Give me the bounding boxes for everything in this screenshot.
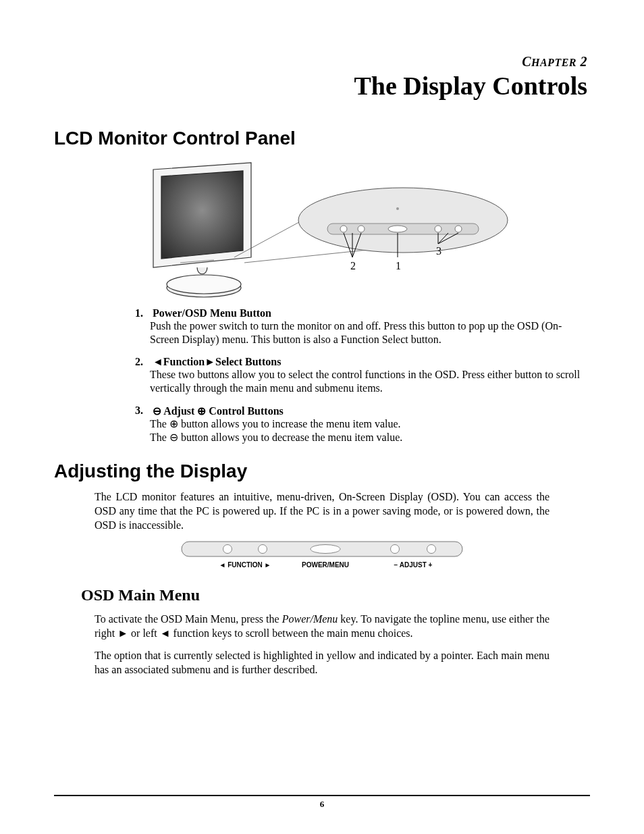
svg-point-11	[388, 226, 407, 232]
button-bar-left-label: ◄ FUNCTION ►	[219, 561, 271, 569]
list-head-1: Power/OSD Menu Button	[153, 307, 271, 319]
section-adjusting-heading: Adjusting the Display	[54, 461, 590, 482]
svg-point-14	[396, 207, 399, 210]
osd-p1-em: Power/Menu	[282, 613, 338, 625]
page: CHAPTER 2 The Display Controls LCD Monit…	[0, 0, 644, 834]
section-osd-main-menu-heading: OSD Main Menu	[81, 586, 590, 604]
list-body-2: These two buttons allow you to select th…	[150, 368, 583, 395]
line2b: button allows you to decrease the menu i…	[178, 432, 402, 443]
adjusting-paragraph: The LCD monitor features an intuitive, m…	[95, 490, 549, 532]
list-head-2-tail: Select Buttons	[215, 356, 281, 367]
svg-point-13	[455, 226, 462, 232]
triangle-right-icon: ►	[205, 356, 215, 367]
osd-p1-c: or left	[128, 627, 160, 639]
svg-point-7	[298, 188, 508, 253]
chapter-title: The Display Controls	[54, 71, 587, 101]
list-head-2-word: Function	[163, 356, 205, 367]
page-number: 6	[0, 799, 644, 810]
circled-minus-icon-inline: ⊖	[169, 432, 178, 443]
list-body-1: Push the power switch to turn the monito…	[150, 319, 583, 346]
section-lcd-control-panel-heading: LCD Monitor Control Panel	[54, 128, 590, 149]
list-head-3-tail: Control Buttons	[206, 405, 283, 417]
list-head-3: ⊖ Adjust ⊕ Control Buttons	[153, 405, 284, 417]
svg-point-26	[391, 545, 400, 554]
list-num-2: 2.	[135, 356, 150, 368]
svg-point-23	[223, 545, 232, 554]
callout-3: 3	[436, 245, 441, 257]
svg-point-25	[311, 545, 340, 554]
list-num-3: 3.	[135, 405, 150, 417]
chapter-label-word: HAPTER	[531, 57, 576, 68]
list-item-3: 3. ⊖ Adjust ⊕ Control Buttons The ⊕ butt…	[135, 405, 583, 444]
osd-paragraph-2: The option that is currently selected is…	[95, 649, 549, 677]
figure-monitor-controls: 2 1 3	[54, 156, 590, 301]
osd-p1-d: function keys to scroll between the main…	[171, 627, 413, 639]
list-item-2: 2. ◄Function►Select Buttons These two bu…	[135, 356, 583, 395]
chapter-number: 2	[576, 54, 587, 69]
list-head-3-word: Adjust	[163, 405, 194, 417]
svg-point-12	[435, 226, 441, 232]
svg-point-10	[358, 226, 365, 232]
circled-plus-icon-inline: ⊕	[169, 418, 178, 429]
button-bar-right-label: − ADJUST +	[394, 561, 433, 569]
button-bar-center-label: POWER/MENU	[302, 561, 349, 569]
line1a: The	[150, 418, 169, 429]
list-item-1: 1. Power/OSD Menu Button Push the power …	[135, 307, 583, 346]
svg-marker-1	[161, 171, 243, 259]
svg-point-24	[259, 545, 267, 554]
list-body-3: The ⊕ button allows you to increase the …	[150, 417, 583, 444]
list-num-1: 1.	[135, 307, 150, 319]
controls-list: 1. Power/OSD Menu Button Push the power …	[135, 307, 583, 444]
callout-1: 1	[396, 260, 401, 271]
circled-plus-icon: ⊕	[197, 405, 206, 417]
circled-minus-icon: ⊖	[153, 405, 161, 417]
triangle-left-icon-inline: ◄	[160, 627, 171, 639]
osd-p1-a: To activate the OSD Main Menu, press the	[95, 613, 282, 625]
line2a: The	[150, 432, 169, 443]
callout-2: 2	[350, 260, 356, 271]
svg-point-27	[427, 545, 436, 554]
line1b: button allows you to increase the menu i…	[178, 418, 401, 429]
list-head-2: ◄Function►Select Buttons	[153, 356, 281, 367]
svg-point-9	[340, 226, 347, 232]
triangle-left-icon: ◄	[153, 356, 163, 367]
footer-rule	[54, 795, 590, 796]
chapter-label-prefix: C	[522, 54, 531, 69]
triangle-right-icon-inline: ►	[117, 627, 128, 639]
svg-point-4	[167, 275, 241, 294]
osd-paragraph-1: To activate the OSD Main Menu, press the…	[95, 613, 549, 641]
figure-button-bar: ◄ FUNCTION ► POWER/MENU − ADJUST +	[180, 540, 464, 575]
chapter-label: CHAPTER 2	[54, 54, 587, 70]
